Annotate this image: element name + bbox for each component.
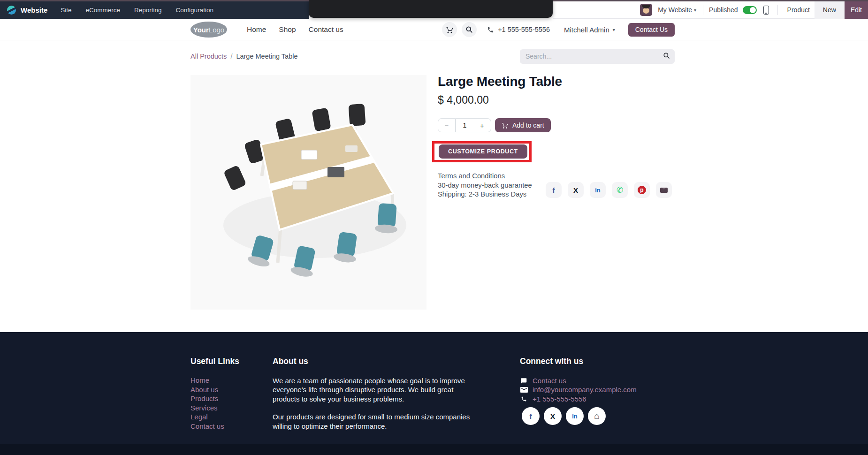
footer-email-link[interactable]: info@yourcompany.example.com <box>533 385 637 394</box>
breadcrumb-all-products[interactable]: All Products <box>190 53 227 60</box>
published-label: Published <box>709 6 738 14</box>
nav-shop[interactable]: Shop <box>279 25 296 34</box>
footer-link-products[interactable]: Products <box>190 394 239 403</box>
app-name[interactable]: Website <box>21 6 47 14</box>
meeting-table-illustration <box>190 75 426 310</box>
share-facebook-button[interactable]: f <box>546 182 562 198</box>
footer-about-paragraph-1: We are a team of passionate people whose… <box>273 376 477 403</box>
share-email-button[interactable] <box>656 182 672 198</box>
website-selector[interactable]: My Website <box>658 6 692 14</box>
divider <box>777 5 778 15</box>
footer-heading-about-us: About us <box>273 356 477 366</box>
odoo-logo-icon <box>7 6 16 15</box>
envelope-icon <box>520 387 528 393</box>
highlight-annotation: CUSTOMIZE PRODUCT <box>432 141 532 162</box>
buy-row: − 1 + Add to cart <box>438 118 551 132</box>
share-x-button[interactable]: X <box>568 182 584 198</box>
mobile-preview-icon[interactable] <box>763 6 769 15</box>
avatar-hair <box>642 5 650 8</box>
x-icon: X <box>550 412 555 420</box>
backend-systray: My Website ▾ Published Product New Edit <box>553 1 868 19</box>
user-menu[interactable]: Mitchell Admin ▾ <box>564 26 617 34</box>
user-avatar[interactable] <box>640 4 652 16</box>
share-linkedin-button[interactable]: in <box>590 182 606 198</box>
footer-facebook-button[interactable]: f <box>522 407 540 425</box>
quantity-increase-button[interactable]: + <box>473 118 491 132</box>
facebook-icon: f <box>553 186 555 194</box>
share-whatsapp-button[interactable]: ✆ <box>612 182 628 198</box>
chat-bubble-icon <box>520 378 528 384</box>
phone-icon <box>487 26 494 33</box>
search-button[interactable] <box>462 22 477 37</box>
chevron-down-icon: ▾ <box>694 8 696 13</box>
header-phone-number: +1 555-555-5556 <box>498 26 550 33</box>
main-nav: Home Shop Contact us <box>247 25 343 34</box>
menu-ecommerce[interactable]: eCommerce <box>86 7 121 14</box>
search-input[interactable] <box>525 53 663 60</box>
product-menu[interactable]: Product <box>787 6 810 14</box>
linkedin-icon: in <box>595 187 601 194</box>
quantity-value[interactable]: 1 <box>456 118 473 132</box>
breadcrumb-separator: / <box>230 53 232 60</box>
footer-website-button[interactable]: ⌂ <box>588 407 606 425</box>
footer-link-home[interactable]: Home <box>190 376 239 385</box>
footer-link-legal[interactable]: Legal <box>190 412 239 422</box>
footer-linkedin-button[interactable]: in <box>566 407 584 425</box>
chevron-down-icon: ▾ <box>613 27 615 32</box>
add-to-cart-button[interactable]: Add to cart <box>495 118 551 132</box>
site-logo[interactable]: YourLogo <box>190 22 227 38</box>
menu-reporting[interactable]: Reporting <box>134 7 162 14</box>
facebook-icon: f <box>530 412 532 420</box>
logo-text-bold: Your <box>193 26 209 34</box>
x-icon: X <box>573 186 578 194</box>
share-pinterest-button[interactable]: p <box>634 182 650 198</box>
published-toggle[interactable] <box>743 6 757 14</box>
email-icon <box>660 188 668 193</box>
footer-x-button[interactable]: X <box>544 407 562 425</box>
shipping-text: Shipping: 2-3 Business Days <box>438 190 532 199</box>
product-price: $ 4,000.00 <box>438 94 489 106</box>
search-icon <box>465 26 473 33</box>
new-button[interactable]: New <box>815 1 845 19</box>
product-image <box>190 75 426 310</box>
footer-heading-connect: Connect with us <box>520 356 637 366</box>
quantity-decrease-button[interactable]: − <box>438 118 456 132</box>
notification-toast <box>309 0 553 18</box>
customize-product-button[interactable]: CUSTOMIZE PRODUCT <box>439 144 527 159</box>
footer-phone-link[interactable]: +1 555-555-5556 <box>533 394 586 403</box>
footer-link-about-us[interactable]: About us <box>190 385 239 394</box>
footer-link-contact-us[interactable]: Contact us <box>190 422 239 431</box>
nav-contact-us[interactable]: Contact us <box>309 25 343 34</box>
footer-connect: Connect with us Contact us info@yourcomp… <box>520 356 637 403</box>
copyright-strip <box>0 444 868 455</box>
phone-icon <box>520 396 528 402</box>
footer-heading-useful-links: Useful Links <box>190 356 239 366</box>
product-terms: Terms and Conditions 30-day money-back g… <box>438 172 532 199</box>
breadcrumb: All Products / Large Meeting Table <box>190 48 675 65</box>
cart-button[interactable] <box>442 22 457 37</box>
home-icon: ⌂ <box>594 411 599 421</box>
menu-site[interactable]: Site <box>61 7 71 14</box>
site-header: YourLogo Home Shop Contact us +1 555-555… <box>0 19 868 40</box>
user-name: Mitchell Admin <box>564 26 609 34</box>
product-title: Large Meeting Table <box>438 74 562 89</box>
contact-us-button[interactable]: Contact Us <box>628 23 675 37</box>
footer-contact-us-link[interactable]: Contact us <box>533 376 566 385</box>
terms-and-conditions-link[interactable]: Terms and Conditions <box>438 172 532 181</box>
search-icon[interactable] <box>663 52 670 61</box>
footer-useful-links: Useful Links Home About us Products Serv… <box>190 356 239 431</box>
nav-home[interactable]: Home <box>247 25 266 34</box>
footer-about: About us We are a team of passionate peo… <box>273 356 477 431</box>
product-search <box>520 49 675 64</box>
backend-navbar: Website Site eCommerce Reporting Configu… <box>0 1 309 19</box>
quantity-stepper: − 1 + <box>438 118 491 132</box>
menu-configuration[interactable]: Configuration <box>176 7 213 14</box>
edit-button[interactable]: Edit <box>845 1 868 19</box>
share-buttons: f X in ✆ p <box>546 182 672 198</box>
footer-link-services[interactable]: Services <box>190 403 239 413</box>
guarantee-text: 30-day money-back guarantee <box>438 181 532 190</box>
whatsapp-icon: ✆ <box>617 185 623 195</box>
footer-social-buttons: f X in ⌂ <box>522 407 606 425</box>
logo-text-light: Logo <box>209 26 224 34</box>
header-phone[interactable]: +1 555-555-5556 <box>487 26 550 33</box>
